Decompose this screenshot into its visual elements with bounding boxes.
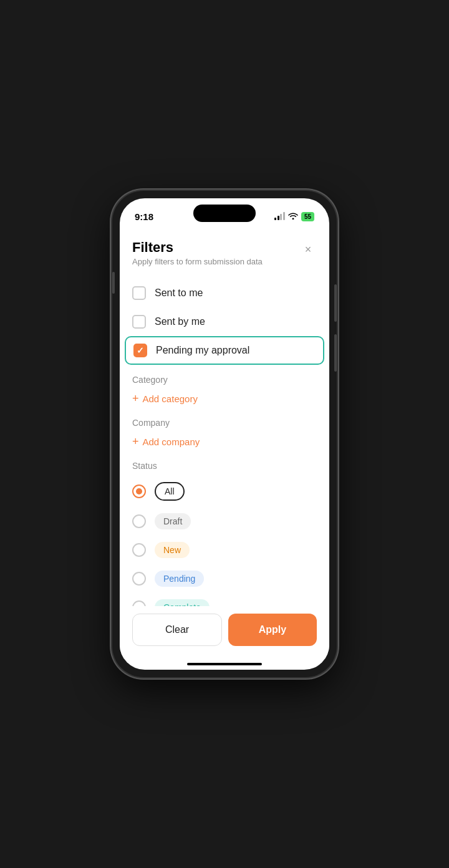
add-company-label: Add company <box>143 436 200 447</box>
radio-draft[interactable] <box>132 514 146 528</box>
checkbox-sent-by-me-box[interactable] <box>132 315 146 329</box>
status-badge-draft: Draft <box>155 513 191 529</box>
wifi-icon <box>288 212 298 221</box>
add-company-plus-icon: + <box>132 435 139 448</box>
filter-header: Filters Apply filters to form submission… <box>132 239 317 266</box>
add-category-button[interactable]: + Add category <box>132 390 317 408</box>
radio-complete[interactable] <box>132 600 146 606</box>
radio-pending[interactable] <box>132 572 146 586</box>
status-time: 9:18 <box>135 211 153 222</box>
header-text: Filters Apply filters to form submission… <box>132 239 299 266</box>
battery-indicator: 55 <box>301 212 314 221</box>
status-badge-complete: Complete <box>155 599 210 606</box>
status-option-pending[interactable]: Pending <box>132 564 317 593</box>
status-option-complete[interactable]: Complete <box>132 593 317 606</box>
filters-subtitle: Apply filters to form submission data <box>132 257 299 266</box>
bottom-bar: Clear Apply <box>120 606 329 658</box>
status-badge-new: New <box>155 542 190 558</box>
checkbox-pending-approval-box[interactable] <box>133 344 147 357</box>
status-badge-pending: Pending <box>155 571 204 587</box>
signal-icon <box>274 213 285 220</box>
radio-new[interactable] <box>132 543 146 557</box>
close-button[interactable]: × <box>299 241 317 258</box>
home-indicator <box>120 658 329 670</box>
status-badge-all: All <box>155 482 185 501</box>
status-option-new[interactable]: New <box>132 536 317 564</box>
category-label: Category <box>132 375 317 385</box>
add-category-plus-icon: + <box>132 392 139 405</box>
filter-content: Filters Apply filters to form submission… <box>120 229 329 606</box>
checkbox-sent-to-me-box[interactable] <box>132 286 146 300</box>
checkbox-pending-approval-label: Pending my approval <box>156 345 249 356</box>
add-category-label: Add category <box>143 393 198 404</box>
company-label: Company <box>132 418 317 428</box>
home-bar <box>187 663 262 665</box>
clear-button[interactable]: Clear <box>132 614 222 646</box>
radio-all[interactable] <box>132 485 146 498</box>
filters-title: Filters <box>132 239 299 256</box>
status-option-all[interactable]: All <box>132 476 317 507</box>
checkbox-pending-approval[interactable]: Pending my approval <box>125 336 324 365</box>
checkbox-sent-by-me[interactable]: Sent by me <box>132 307 317 336</box>
checkbox-sent-by-me-label: Sent by me <box>155 316 205 327</box>
status-option-draft[interactable]: Draft <box>132 507 317 536</box>
add-company-button[interactable]: + Add company <box>132 433 317 451</box>
status-icons: 55 <box>274 212 314 221</box>
checkbox-sent-to-me-label: Sent to me <box>155 287 203 299</box>
apply-button[interactable]: Apply <box>228 614 317 646</box>
checkbox-sent-to-me[interactable]: Sent to me <box>132 279 317 307</box>
status-label: Status <box>132 461 317 471</box>
dynamic-island <box>193 205 256 222</box>
